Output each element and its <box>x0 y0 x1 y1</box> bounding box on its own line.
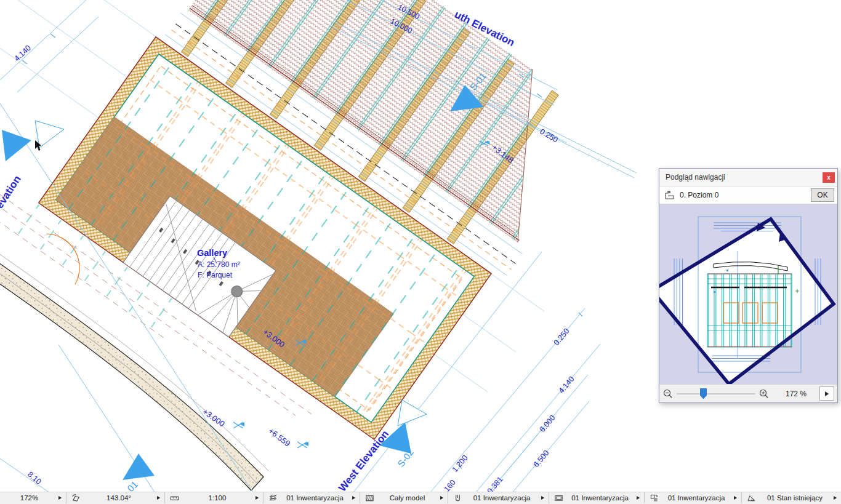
statusbar-pen-set[interactable]: 01 Inwentaryzacja <box>448 492 549 503</box>
chevron-right-icon[interactable] <box>734 496 737 500</box>
structure-display-icon <box>365 494 374 503</box>
zone-area: A: 25.780 m² <box>198 260 240 269</box>
preview-zoom-value: 172 % <box>773 390 819 398</box>
story-icon <box>664 191 675 200</box>
graphic-override-icon <box>650 494 659 503</box>
statusbar-structure-display[interactable]: Cały model <box>360 492 448 503</box>
navigation-preview-map[interactable] <box>659 204 837 384</box>
statusbar-scale[interactable]: 1:100 <box>165 492 264 503</box>
chevron-right-icon[interactable] <box>256 496 259 500</box>
building-plan[interactable] <box>0 0 613 479</box>
statusbar-model-view[interactable]: 01 Inwentaryzacja <box>549 492 645 503</box>
east-elevation-marker <box>2 130 31 161</box>
pen-set-icon <box>453 494 462 503</box>
dim-right-6: 160 <box>443 478 457 493</box>
palette-title: Podgląd nawigacji <box>659 173 823 182</box>
model-view-icon <box>554 494 563 503</box>
statusbar-graphic-override[interactable]: 01 Inwentaryzacja <box>645 492 742 503</box>
quick-options-bar: 172% 143.04° 1:100 01 Inwentaryzacja Cał… <box>0 492 841 504</box>
zone-finish: F: Parquet <box>198 271 233 279</box>
chevron-right-icon[interactable] <box>637 496 640 500</box>
chevron-right-icon[interactable] <box>352 496 355 500</box>
dim-roof-offset: 0.250 <box>539 127 560 144</box>
scale-icon <box>170 494 179 503</box>
dim-top-left: 4.140 <box>12 44 32 63</box>
chevron-right-icon[interactable] <box>58 496 62 500</box>
statusbar-rotation[interactable]: 143.04° <box>66 492 165 503</box>
zoom-in-icon[interactable] <box>759 389 769 399</box>
statusbar-renovation-filter[interactable]: 01 Stan istniejący <box>742 492 841 503</box>
mini-plan <box>707 262 799 347</box>
preview-zoom-slider[interactable] <box>677 388 755 399</box>
chevron-right-icon[interactable] <box>440 496 443 500</box>
layers-icon <box>268 494 278 503</box>
statusbar-layer-combination[interactable]: 01 Inwentaryzacja <box>264 492 360 503</box>
navigation-preview-palette: Podgląd nawigacji x 0. Poziom 0 OK <box>659 168 838 403</box>
renovation-filter-icon <box>747 494 756 503</box>
dim-right-3: 6.000 <box>538 414 557 434</box>
marker-bl-label: 01 <box>125 479 140 493</box>
archicad-window: 10.500 10.000 4.140 0.250 0.250 4.140 6.… <box>0 0 841 504</box>
dim-right-2: 4.140 <box>557 375 576 395</box>
palette-menu-button[interactable] <box>819 386 834 401</box>
bottom-left-marker <box>123 454 155 480</box>
story-label: 0. Poziom 0 <box>680 191 811 199</box>
chevron-right-icon[interactable] <box>541 496 544 500</box>
dim-right-5: 1.200 <box>451 454 470 474</box>
palette-title-bar[interactable]: Podgląd nawigacji x <box>659 169 837 186</box>
chevron-right-icon[interactable] <box>157 496 160 500</box>
slider-thumb[interactable] <box>700 388 707 399</box>
dim-bottom-left: 8.10 <box>26 470 43 486</box>
statusbar-zoom[interactable]: 172% <box>0 492 66 503</box>
close-icon[interactable]: x <box>823 172 835 183</box>
zone-name: Gallery <box>197 248 227 258</box>
rotation-icon <box>71 494 81 503</box>
ok-button[interactable]: OK <box>811 188 834 202</box>
dim-right-4: 6.500 <box>532 449 551 469</box>
section-s02-label: S-02 <box>395 447 416 468</box>
zoom-out-icon[interactable] <box>663 389 673 399</box>
west-elevation-label: West Elevation <box>336 428 391 493</box>
chevron-right-icon[interactable] <box>834 496 837 500</box>
level-ridge: +6.559 <box>267 426 292 448</box>
dim-right-1: 0.250 <box>552 327 571 347</box>
